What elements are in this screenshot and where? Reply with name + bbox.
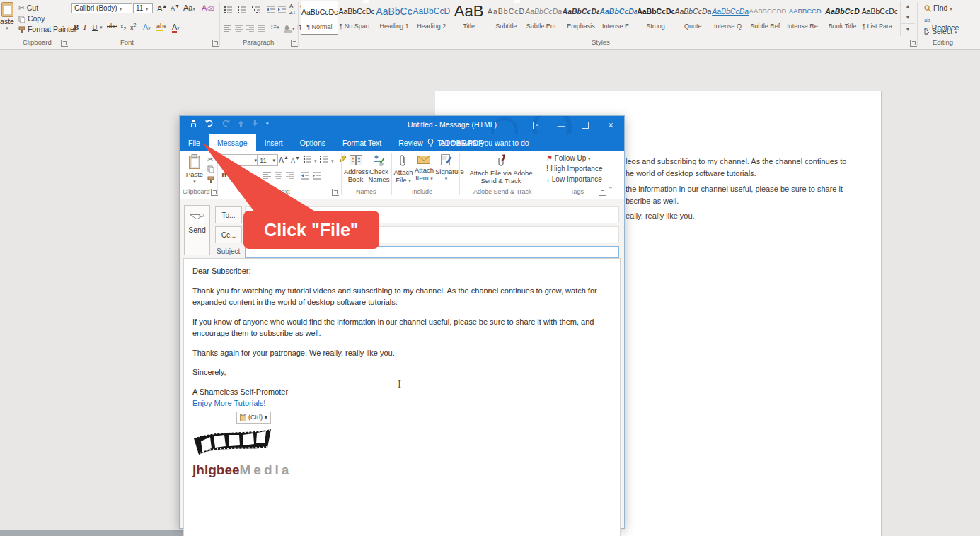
top-marker (363, 0, 369, 3)
cc-button[interactable]: Cc... (215, 226, 242, 243)
underline-caret-icon[interactable]: ▾ (100, 25, 103, 30)
tab-format-text[interactable]: Format Text (334, 134, 390, 151)
check-names-button[interactable]: @ Check Names (368, 154, 390, 184)
style-strong[interactable]: AaBbCcDcStrong (637, 1, 674, 35)
gallery-scroll-up-icon[interactable]: ▴ (901, 1, 915, 12)
paste-options-button[interactable]: (Ctrl) ▾ (236, 412, 271, 424)
tell-me-box[interactable]: Tell me what you want to do (420, 134, 529, 151)
clipboard-icon (240, 414, 246, 421)
follow-up-button[interactable]: ⚑ Follow Up ▾ (546, 154, 591, 162)
align-center-button[interactable] (235, 23, 243, 32)
grow-font-button[interactable]: A▲ (157, 4, 167, 13)
style-preview: AABBCCD (786, 2, 824, 21)
style-intense-re-[interactable]: AABBCCDIntense Re... (786, 1, 824, 35)
bold-button[interactable]: B (74, 23, 79, 31)
numbering-button[interactable] (238, 4, 247, 13)
search-icon (924, 5, 931, 12)
style-heading-1[interactable]: AaBbCcHeading 1 (376, 1, 413, 35)
clipboard-group-label: Clipboard (23, 38, 52, 46)
basic-text-dialog-launcher[interactable] (332, 189, 339, 196)
gallery-scroll-down-icon[interactable]: ▾ (901, 12, 915, 23)
justify-button[interactable] (258, 23, 266, 32)
style--list-para-[interactable]: AaBbCcDc¶ List Para... (861, 1, 899, 35)
subscript-button[interactable]: x2 (120, 23, 126, 31)
styles-dialog-launcher[interactable] (910, 40, 917, 47)
align-right-button[interactable] (246, 23, 255, 32)
style-label: Emphasis (563, 23, 600, 30)
style-title[interactable]: AaBTitle (450, 1, 488, 35)
style-emphasis[interactable]: AaBbCcDaEmphasis (563, 1, 600, 35)
minimize-icon[interactable]: — (550, 116, 572, 134)
find-button[interactable]: Find ▾ (924, 4, 952, 12)
customize-qat-icon[interactable]: ▾ (266, 121, 269, 127)
next-item-icon[interactable] (252, 120, 258, 127)
style-intense-e-[interactable]: AaBbCcDaIntense E... (599, 1, 637, 35)
italic-button[interactable]: I (83, 23, 86, 31)
adobe-send-track-button[interactable]: Attach File via Adobe Send & Track (461, 153, 541, 185)
clipboard-dialog-launcher[interactable] (61, 40, 68, 47)
shading-button[interactable]: ▾ (284, 23, 295, 33)
change-case-button[interactable]: Aa▾ (183, 4, 195, 12)
style-heading-2[interactable]: AaBbCcDHeading 2 (413, 1, 450, 35)
styles-gallery-scroll[interactable]: ▴ ▾ ▾ (900, 1, 915, 36)
font-color-button[interactable]: A▾ (172, 23, 180, 31)
style-quote[interactable]: AaBbCcDaQuote (674, 1, 712, 35)
increase-indent-button[interactable] (278, 4, 287, 13)
attach-item-button[interactable]: Attach Item ▾ (414, 154, 434, 182)
callout-bubble: Click "File" (243, 211, 379, 249)
bullets-button[interactable] (224, 4, 233, 13)
align-left-button[interactable] (224, 23, 232, 32)
font-name-select[interactable]: Calibri (Body)▾ (71, 3, 132, 13)
font-dialog-launcher[interactable] (212, 40, 219, 47)
style--normal[interactable]: AaBbCcDc¶ Normal (301, 1, 338, 35)
style-label: Intense Q... (712, 23, 749, 30)
select-button[interactable]: Select ▾ (924, 27, 957, 35)
attach-file-button[interactable]: Attach File ▾ (393, 154, 413, 185)
close-icon[interactable]: ✕ (600, 116, 621, 134)
undo-icon[interactable] (205, 120, 214, 127)
style-label: ¶ Normal (301, 23, 338, 30)
copy-button[interactable]: Copy (18, 14, 45, 23)
style--no-spac-[interactable]: AaBbCcDc¶ No Spac... (338, 1, 376, 35)
flag-icon: ⚑ (546, 154, 553, 162)
bullet-list-icon (224, 6, 233, 13)
tags-dialog-launcher[interactable] (599, 189, 606, 196)
style-book-title[interactable]: AaBbCcDBook Title (824, 1, 861, 35)
gallery-more-icon[interactable]: ▾ (901, 23, 915, 35)
previous-item-icon[interactable] (238, 120, 244, 127)
message-body[interactable]: Dear Subscriber: Thank you for watching … (183, 258, 621, 536)
style-subtitle[interactable]: AaBbCcDSubtitle (488, 1, 525, 35)
style-preview: AaBbCcDc (861, 2, 899, 21)
strikethrough-button[interactable]: abe (107, 23, 117, 30)
enjoy-more-tutorials-link[interactable]: Enjoy More Tutorials! (192, 399, 265, 407)
group-separator (391, 153, 392, 195)
decrease-indent-button[interactable] (267, 4, 275, 13)
text-effects-button[interactable]: A▾ (143, 23, 151, 31)
redo-icon[interactable] (221, 120, 230, 127)
shrink-font-button[interactable]: A▼ (171, 4, 180, 12)
address-book-button[interactable]: Address Book (344, 154, 367, 184)
paragraph-dialog-launcher[interactable] (291, 40, 298, 47)
line-spacing-button[interactable]: ↕≡▾ (270, 23, 279, 30)
highlight-color-button[interactable]: ab▾ (156, 23, 166, 30)
low-importance-button[interactable]: ↓ Low Importance (546, 175, 602, 183)
signature-button[interactable]: Signature ▾ (435, 154, 457, 182)
underline-button[interactable]: U (92, 23, 98, 31)
collapse-ribbon-icon[interactable]: ⌃ (608, 186, 613, 193)
ribbon-display-options-icon[interactable] (526, 116, 548, 134)
clear-formatting-button[interactable]: A⌫ (202, 4, 214, 12)
style-intense-q-[interactable]: AaBbCcDaIntense Q... (712, 1, 749, 35)
save-icon[interactable] (190, 120, 197, 127)
cut-button[interactable]: ✂ Cut (18, 4, 38, 12)
style-subtle-ref-[interactable]: AABBCCDDSubtle Ref... (749, 1, 787, 35)
sort-button[interactable]: AZ↓ (289, 3, 296, 16)
top-marker (514, 0, 520, 3)
font-size-select[interactable]: 11▾ (133, 3, 153, 13)
style-subtle-em-[interactable]: AaBbCcDaSubtle Em... (525, 1, 563, 35)
superscript-button[interactable]: x2 (130, 23, 136, 31)
maximize-icon[interactable] (575, 116, 596, 134)
quick-access-toolbar: ▾ (190, 120, 269, 127)
multilevel-list-button[interactable] (252, 4, 261, 13)
title-bar[interactable]: ▾ Untitled - Message (HTML) — ✕ (180, 116, 624, 134)
high-importance-button[interactable]: ! High Importance (546, 165, 603, 173)
